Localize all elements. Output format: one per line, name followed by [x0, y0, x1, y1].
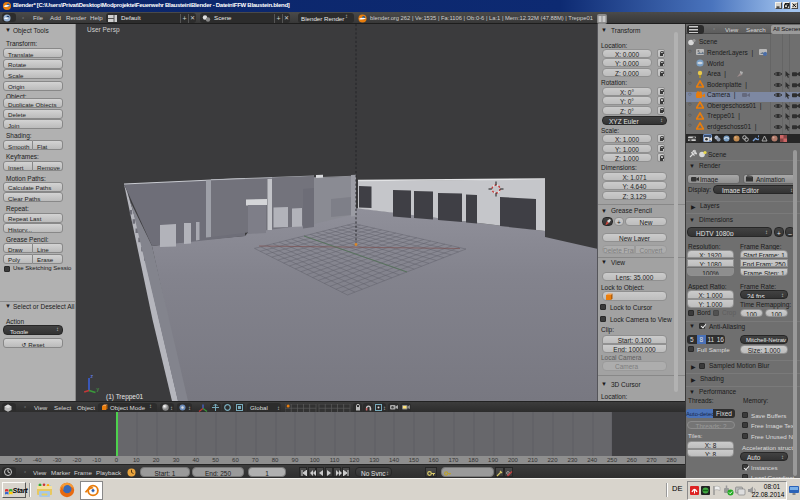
svg-text:User Persp: User Persp [87, 26, 120, 34]
svg-text:(1) Treppe01: (1) Treppe01 [106, 393, 144, 401]
